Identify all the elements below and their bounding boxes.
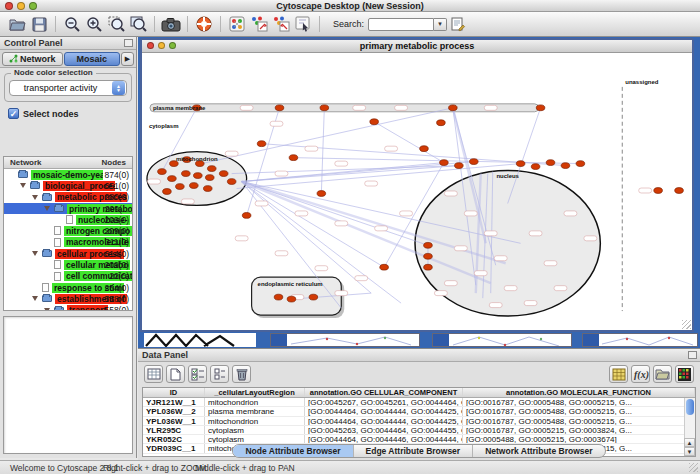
network-node[interactable]: [449, 105, 458, 111]
network-node[interactable]: [158, 169, 167, 175]
column-header[interactable]: annotation.GO MOLECULAR_FUNCTION: [463, 388, 695, 397]
background-window-fragment[interactable]: [582, 333, 698, 347]
tab-node-attribute-browser[interactable]: Node Attribute Browser: [233, 445, 352, 457]
disclosure-triangle-icon[interactable]: [44, 308, 50, 311]
background-window-fragment[interactable]: [270, 333, 420, 347]
disclosure-triangle-icon[interactable]: [20, 183, 26, 188]
new-attribute-icon[interactable]: [166, 365, 185, 383]
network-node[interactable]: [675, 188, 684, 194]
network-node[interactable]: [163, 189, 172, 195]
network-canvas[interactable]: plasma membranecytoplasmmitochondrionnuc…: [142, 53, 692, 330]
tree-row-nucleobase-[interactable]: nucleobase-209(0): [4, 214, 132, 225]
window-resize-grip[interactable]: [682, 320, 691, 329]
network-node[interactable]: [561, 163, 570, 169]
disclosure-triangle-icon[interactable]: [44, 206, 50, 211]
zoom-out-icon[interactable]: [62, 14, 82, 34]
network-node[interactable]: [516, 161, 525, 167]
tree-row-mosaic-demo-yeast[interactable]: mosaic-demo-yeast874(0): [4, 169, 132, 180]
network-node[interactable]: [420, 146, 429, 152]
network-node[interactable]: [176, 184, 185, 190]
disclosure-triangle-icon[interactable]: [32, 251, 38, 256]
table-row[interactable]: YLR295Ccytoplasm[GO:0045263, GO:0044464,…: [143, 426, 695, 435]
network-node[interactable]: [576, 161, 585, 167]
column-header[interactable]: annotation.GO CELLULAR_COMPONENT: [305, 388, 463, 397]
attribute-select-icon[interactable]: [144, 365, 163, 383]
network-node[interactable]: [190, 183, 199, 189]
background-window-fragment[interactable]: [432, 333, 572, 347]
network-node[interactable]: [168, 176, 177, 182]
matrix-icon[interactable]: [609, 365, 628, 383]
tree-row-establishment-of-lo[interactable]: establishment of lo558(0): [4, 293, 132, 304]
network-node[interactable]: [309, 294, 318, 300]
zoom-selected-icon[interactable]: [106, 14, 126, 34]
heatmap-icon[interactable]: [675, 365, 694, 383]
network-node[interactable]: [289, 155, 298, 161]
zoom-in-icon[interactable]: [84, 14, 104, 34]
network-node[interactable]: [654, 188, 663, 194]
network-node[interactable]: [194, 173, 203, 179]
bird-view-panel[interactable]: [3, 316, 133, 454]
more-tabs-button[interactable]: ▶: [121, 52, 134, 66]
tree-row-cell-communicat[interactable]: cell communicat22(0): [4, 271, 132, 282]
layout-redo-icon[interactable]: [271, 14, 291, 34]
function-builder-icon[interactable]: f(x): [631, 365, 650, 383]
disclosure-triangle-icon[interactable]: [32, 296, 38, 301]
network-node[interactable]: [207, 166, 216, 172]
tab-edge-attribute-browser[interactable]: Edge Attribute Browser: [353, 445, 473, 457]
network-node[interactable]: [424, 242, 433, 248]
manual-layout-icon[interactable]: [293, 14, 313, 34]
tree-row-biological-process[interactable]: biological_process651(0): [4, 180, 132, 191]
node-color-dropdown[interactable]: transporter activity ▲▼: [9, 80, 127, 96]
network-node[interactable]: [287, 296, 296, 302]
delete-attribute-icon[interactable]: [232, 365, 251, 383]
snapshot-icon[interactable]: [161, 14, 181, 34]
network-view-window[interactable]: primary metabolic process plasma membran…: [140, 38, 694, 332]
network-node[interactable]: [536, 105, 545, 111]
help-icon[interactable]: [194, 14, 214, 34]
tree-row-nitrogen-compo[interactable]: nitrogen compo209(0): [4, 225, 132, 236]
network-node[interactable]: [203, 186, 212, 192]
annotation-icon[interactable]: [448, 14, 468, 34]
unselect-all-attributes-icon[interactable]: [210, 365, 229, 383]
tab-network[interactable]: Network: [2, 52, 63, 66]
network-node[interactable]: [437, 120, 446, 126]
network-node[interactable]: [531, 164, 540, 170]
open-icon[interactable]: [7, 14, 27, 34]
tree-row-cellular-process[interactable]: cellular process614(0): [4, 248, 132, 259]
table-row[interactable]: YJR121W__1mitochondrion[GO:0045267, GO:0…: [143, 398, 695, 407]
network-node[interactable]: [182, 171, 191, 177]
select-all-attributes-icon[interactable]: [188, 365, 207, 383]
network-node[interactable]: [242, 213, 251, 219]
tab-network-attribute-browser[interactable]: Network Attribute Browser: [472, 445, 604, 457]
save-icon[interactable]: [29, 14, 49, 34]
network-node[interactable]: [274, 294, 283, 300]
disclosure-triangle-icon[interactable]: [32, 195, 38, 200]
network-node[interactable]: [380, 264, 389, 270]
tree-row-macromolecule[interactable]: macromolecule311(0): [4, 237, 132, 248]
float-data-panel-icon[interactable]: [688, 351, 697, 359]
tree-row-response-to-stimulu[interactable]: response to stimulu264(0): [4, 282, 132, 293]
column-header[interactable]: ID: [143, 388, 205, 397]
background-window-fragment[interactable]: [144, 333, 256, 347]
network-node[interactable]: [440, 160, 449, 166]
network-node[interactable]: [470, 159, 479, 165]
network-node[interactable]: [219, 171, 228, 177]
vizmapper-icon[interactable]: [227, 14, 247, 34]
network-node[interactable]: [227, 179, 236, 185]
network-node[interactable]: [205, 175, 214, 181]
network-node[interactable]: [546, 160, 555, 166]
search-dropdown-button[interactable]: ▾: [434, 18, 447, 31]
tab-mosaic[interactable]: Mosaic: [64, 52, 120, 66]
select-nodes-checkbox[interactable]: ✓: [8, 108, 19, 119]
table-row[interactable]: YPL036W__1mitochondrion[GO:0044464, GO:0…: [143, 417, 695, 426]
network-window-titlebar[interactable]: primary metabolic process: [142, 40, 692, 53]
network-node[interactable]: [424, 264, 433, 270]
network-node[interactable]: [317, 191, 326, 197]
column-header[interactable]: _cellularLayoutRegion: [205, 388, 305, 397]
scrollbar-thumb[interactable]: [686, 399, 694, 415]
table-row[interactable]: YPL036W__2plasma membrane[GO:0044464, GO…: [143, 407, 695, 416]
float-panel-icon[interactable]: [124, 39, 133, 47]
network-node[interactable]: [257, 141, 266, 147]
tree-row-cellular-metabo[interactable]: cellular metabo209(0): [4, 259, 132, 270]
network-node[interactable]: [320, 105, 329, 111]
